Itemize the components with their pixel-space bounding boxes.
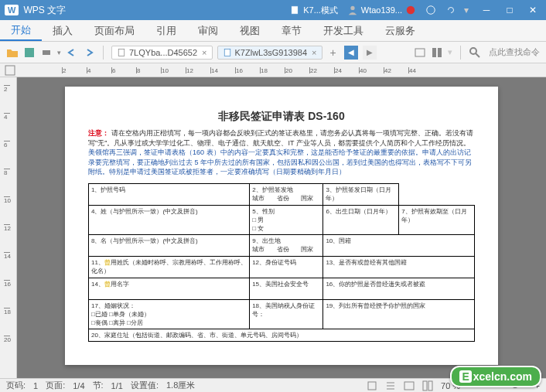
ruler-mark: 24: [334, 67, 342, 73]
menu-tab-cloud[interactable]: 云服务: [374, 20, 426, 41]
cell-8: 8、名（与护照所示一致）(中文及拼音): [89, 234, 250, 256]
vertical-ruler[interactable]: 2468101214161820: [0, 77, 17, 378]
cell-18: 18、美国纳税人身份证号：: [250, 299, 323, 329]
view-web-icon[interactable]: [404, 380, 415, 391]
view-read-icon[interactable]: [422, 380, 433, 391]
close-tab-2[interactable]: ×: [312, 48, 316, 57]
watermark-logo: Excelcn.com: [450, 366, 541, 387]
doc-icon: [223, 48, 232, 57]
ruler-mark: 12: [4, 224, 10, 232]
instructions-note: 美领馆再三强调，签证申请表格（160 表）中的内容一定要真实和完整，这是能否给予…: [88, 148, 472, 176]
print-icon[interactable]: [40, 46, 53, 59]
open-icon[interactable]: [6, 46, 19, 59]
nav-next[interactable]: ▶: [363, 46, 377, 60]
cell-3: 3、护照签发日期（日月年）: [323, 183, 399, 205]
svg-point-1: [350, 6, 354, 10]
ruler-mark: 12: [186, 67, 193, 73]
page-num[interactable]: 1: [33, 381, 38, 390]
warn-label: 注意：: [88, 129, 109, 137]
svg-rect-20: [428, 381, 432, 390]
doc-tab-2-label: K7ZlwL3sG913984: [235, 48, 308, 57]
notification-icon[interactable]: [405, 5, 416, 15]
section-val: 1/1: [111, 381, 123, 390]
ruler-mark: 2: [4, 85, 10, 93]
browser-icon[interactable]: [425, 5, 436, 15]
layout-icon[interactable]: [431, 46, 443, 59]
menu-tab-start[interactable]: 开始: [0, 20, 42, 41]
cell-20: 20、家庭住址（包括街道、邮政编码、省、市、街道、单元号码、房间号码）: [89, 329, 475, 341]
svg-rect-7: [224, 49, 230, 56]
doc-icon: [117, 48, 126, 57]
user-label: Wtao139...: [361, 5, 402, 15]
document-tab-1[interactable]: 7LQYba...D45652 ×: [111, 46, 213, 60]
toolbar: ▾ 7LQYba...D45652 × K7ZlwL3sG913984 × + …: [0, 42, 546, 63]
svg-rect-18: [404, 382, 414, 390]
ruler-mark: 8: [136, 67, 140, 73]
position-val: 1.8厘米: [166, 380, 195, 391]
add-tab-button[interactable]: +: [327, 46, 340, 59]
cell-14: 14、曾用名字: [89, 278, 250, 299]
nav-prev[interactable]: ◀: [344, 46, 358, 60]
close-button[interactable]: ✕: [524, 3, 541, 17]
save-icon[interactable]: [23, 46, 36, 59]
user-indicator[interactable]: Wtao139...: [347, 5, 416, 15]
ruler-mark: 6: [4, 141, 10, 148]
ruler-mark: 2: [62, 67, 66, 73]
document-page: 非移民签证申请表 DS-160 注意： 请在空格内用正楷填写，每一项内容都会反映…: [65, 87, 498, 365]
svg-rect-9: [432, 48, 436, 57]
cell-1: 1、护照号码: [89, 183, 250, 205]
cell-2: 2、护照签发地 城市 省份 国家: [250, 183, 323, 205]
cell-6: 6、出生日期（日月年）: [323, 205, 399, 234]
view-mode-icon[interactable]: [414, 46, 426, 59]
page-val[interactable]: 1/4: [73, 381, 84, 390]
document-tab-2[interactable]: K7ZlwL3sG913984 ×: [217, 46, 322, 60]
cell-19: 19、列出所有曾经授予你护照的国家: [323, 299, 475, 329]
ruler-mark: 4: [87, 67, 90, 73]
document-canvas[interactable]: 非移民签证申请表 DS-160 注意： 请在空格内用正楷填写，每一项内容都会反映…: [17, 77, 546, 378]
menu-tab-devtools[interactable]: 开发工具: [312, 20, 374, 41]
sync-icon[interactable]: [445, 5, 456, 15]
ruler-toggle-icon[interactable]: [5, 65, 15, 76]
instructions: 注意： 请在空格内用正楷填写，每一项内容都会反映到正式的签证表格里，请您务必认真…: [88, 128, 475, 177]
position-label: 设置值:: [131, 380, 159, 391]
user-icon: [347, 5, 358, 15]
ruler-mark: 44: [408, 67, 416, 73]
close-tab-1[interactable]: ×: [202, 48, 206, 57]
menu-tab-review[interactable]: 审阅: [187, 20, 229, 41]
menu-tab-layout[interactable]: 页面布局: [84, 20, 145, 41]
cell-15: 15、美国社会安全号: [250, 278, 323, 299]
doc-tab-1-label: 7LQYba...D45652: [129, 48, 197, 57]
view-outline-icon[interactable]: [385, 380, 396, 391]
ruler-mark: 16: [4, 280, 10, 288]
cell-4: 4、姓（与护照所示一致）(中文及拼音): [89, 205, 250, 234]
view-page-icon[interactable]: [367, 380, 377, 391]
search-command[interactable]: 点此查找命令: [489, 46, 540, 58]
menubar: 开始 插入 页面布局 引用 审阅 视图 章节 开发工具 云服务: [0, 20, 546, 42]
menu-tab-chapter[interactable]: 章节: [271, 20, 312, 41]
horizontal-ruler[interactable]: 24681012141618202224404244: [0, 63, 546, 77]
svg-rect-5: [43, 50, 50, 55]
menu-tab-view[interactable]: 视图: [229, 20, 271, 41]
svg-rect-6: [118, 49, 125, 56]
menu-tab-insert[interactable]: 插入: [42, 20, 84, 41]
mode-indicator[interactable]: K7...模式: [289, 5, 338, 16]
ruler-mark: 22: [309, 67, 317, 73]
search-icon[interactable]: [469, 46, 481, 59]
svg-rect-10: [438, 48, 442, 57]
svg-rect-4: [25, 48, 34, 57]
svg-point-11: [470, 48, 476, 54]
ruler-mark: 14: [4, 252, 10, 260]
svg-rect-19: [423, 381, 427, 390]
cell-12: 12、身份证号码: [250, 256, 323, 278]
redo-icon[interactable]: [83, 46, 95, 59]
ruler-mark: 10: [161, 67, 169, 73]
ruler-mark: 20: [285, 67, 292, 73]
undo-icon[interactable]: [66, 46, 78, 59]
maximize-button[interactable]: □: [501, 3, 518, 17]
menu-tab-reference[interactable]: 引用: [145, 20, 187, 41]
ruler-mark: 14: [210, 67, 218, 73]
ruler-mark: 8: [4, 169, 10, 176]
ruler-mark: 4: [4, 113, 10, 121]
cell-11: 11、曾用姓氏（未婚时称呼、宗教用称呼、工作用称呼、化名）: [89, 256, 250, 278]
minimize-button[interactable]: ─: [478, 3, 495, 17]
